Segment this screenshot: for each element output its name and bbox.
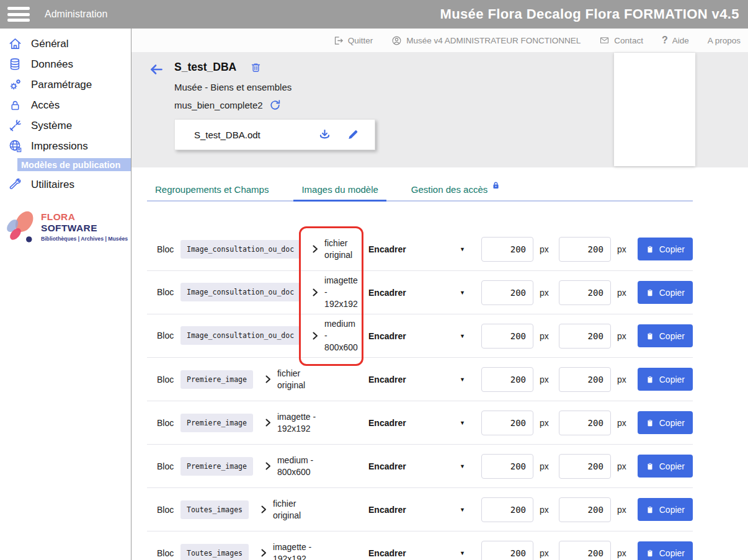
sidebar-item-donnees[interactable]: Données xyxy=(0,54,131,74)
height-input[interactable] xyxy=(559,324,611,349)
refresh-icon[interactable] xyxy=(269,99,281,111)
variant-label: fichier original xyxy=(273,498,301,522)
image-variant: imagette - 192x192 xyxy=(312,275,358,310)
fit-mode-value: Encadrer xyxy=(368,548,406,558)
variant-label: imagette - 192x192 xyxy=(277,411,316,435)
fit-mode-select[interactable]: Encadrer ▼ xyxy=(368,505,465,515)
bloc-label: Bloc xyxy=(157,505,180,515)
bloc-label: Bloc xyxy=(157,244,180,254)
database-icon xyxy=(7,57,23,71)
px-unit-label: px xyxy=(540,505,549,515)
fit-mode-select[interactable]: Encadrer ▼ xyxy=(368,375,465,384)
width-input[interactable] xyxy=(481,454,533,479)
fit-mode-select[interactable]: Encadrer ▼ xyxy=(368,548,465,558)
fit-mode-select[interactable]: Encadrer ▼ xyxy=(368,461,465,471)
variant-label: medium - 800x600 xyxy=(324,318,358,353)
table-row: Bloc Premiere_image fichier original Enc… xyxy=(147,358,693,401)
image-variant: imagette - 192x192 xyxy=(260,541,311,560)
sidebar-item-parametrage[interactable]: Paramétrage xyxy=(0,74,131,95)
height-input[interactable] xyxy=(559,454,611,479)
height-input[interactable] xyxy=(559,367,611,392)
back-arrow-icon xyxy=(148,62,165,77)
fit-mode-select[interactable]: Encadrer ▼ xyxy=(368,244,465,254)
copy-button[interactable]: Copier xyxy=(638,368,693,391)
sidebar-item-modeles-de-publication[interactable]: Modèles de publication xyxy=(17,158,131,171)
back-button[interactable] xyxy=(148,62,165,150)
chevron-right-icon xyxy=(265,461,272,471)
sidebar-item-utilitaires[interactable]: Utilitaires xyxy=(0,174,131,195)
tab-gestion-des-acces[interactable]: Gestion des accès xyxy=(403,179,509,202)
sidebar-item-systeme[interactable]: Système xyxy=(0,115,131,136)
sidebar-item-general[interactable]: Général xyxy=(0,33,131,54)
caret-down-icon: ▼ xyxy=(460,507,465,513)
height-input[interactable] xyxy=(559,541,611,560)
chevron-right-icon xyxy=(260,505,267,514)
tools-icon xyxy=(7,118,23,133)
fit-mode-select[interactable]: Encadrer ▼ xyxy=(368,331,465,341)
px-unit-label: px xyxy=(540,288,549,298)
width-input[interactable] xyxy=(481,367,533,392)
help-button[interactable]: ? Aide xyxy=(662,35,689,46)
fit-mode-select[interactable]: Encadrer ▼ xyxy=(368,418,465,428)
copy-button[interactable]: Copier xyxy=(638,281,693,304)
height-input[interactable] xyxy=(559,497,611,522)
tab-regroupements-et-champs[interactable]: Regroupements et Champs xyxy=(147,179,277,202)
copy-button[interactable]: Copier xyxy=(638,541,693,560)
width-input[interactable] xyxy=(481,411,533,435)
width-input[interactable] xyxy=(481,237,533,262)
app-root: Administration Musée Flora Decalog Flora… xyxy=(0,0,748,560)
px-unit-label: px xyxy=(617,548,626,558)
wrench-icon xyxy=(7,178,23,192)
copy-button[interactable]: Copier xyxy=(638,498,693,521)
lock-icon xyxy=(491,180,501,192)
download-icon[interactable] xyxy=(318,128,332,141)
edit-pencil-icon[interactable] xyxy=(347,128,359,141)
fit-mode-select[interactable]: Encadrer ▼ xyxy=(368,288,465,298)
about-button[interactable]: A propos xyxy=(708,36,741,45)
delete-trash-icon[interactable] xyxy=(250,61,262,74)
sidebar-item-acces[interactable]: Accès xyxy=(0,95,131,115)
height-input[interactable] xyxy=(559,237,611,262)
width-input[interactable] xyxy=(481,280,533,305)
copy-button[interactable]: Copier xyxy=(638,455,693,478)
menu-title: Administration xyxy=(45,9,107,20)
contact-button[interactable]: Contact xyxy=(599,35,643,45)
bloc-label: Bloc xyxy=(157,461,180,471)
quit-button[interactable]: Quitter xyxy=(333,35,373,46)
logo-tagline: Bibliothèques | Archives | Musées xyxy=(41,236,130,242)
fit-mode-value: Encadrer xyxy=(368,418,406,428)
sidebar-item-label: Accès xyxy=(31,99,60,112)
caret-down-icon: ▼ xyxy=(460,420,465,426)
width-input[interactable] xyxy=(481,497,533,522)
detail-header-band: S_test_DBA Musée - Biens et ensembles mu… xyxy=(131,52,748,167)
height-input[interactable] xyxy=(559,411,611,435)
bloc-name-chip: Premiere_image xyxy=(180,370,253,389)
px-unit-label: px xyxy=(617,418,626,428)
height-input[interactable] xyxy=(559,280,611,305)
sidebar-item-impressions[interactable]: Impressions xyxy=(0,136,131,156)
sidebar-item-label: Impressions xyxy=(31,140,88,153)
flora-software-logo: FLORA SOFTWARE Bibliothèques | Archives … xyxy=(2,206,130,247)
main-area: Quitter Musée v4 ADMINISTRATEUR FONCTION… xyxy=(131,29,748,560)
chevron-right-icon xyxy=(312,288,319,297)
copy-button[interactable]: Copier xyxy=(638,324,693,347)
width-input[interactable] xyxy=(481,541,533,560)
px-unit-label: px xyxy=(540,244,549,254)
hamburger-menu-icon[interactable] xyxy=(7,7,30,22)
tab-images-du-modele[interactable]: Images du modèle xyxy=(293,179,386,202)
gears-icon xyxy=(7,78,23,92)
width-input[interactable] xyxy=(481,324,533,349)
current-user[interactable]: Musée v4 ADMINISTRATEUR FONCTIONNEL xyxy=(391,35,581,46)
bloc-label: Bloc xyxy=(157,418,180,428)
model-code: mus_bien_complete2 xyxy=(174,100,263,110)
globe-icon xyxy=(7,139,23,153)
file-name: S_test_DBA.odt xyxy=(194,130,260,140)
bloc-name-chip: Toutes_images xyxy=(180,500,249,519)
chevron-right-icon xyxy=(265,375,272,384)
clipboard-icon xyxy=(646,244,654,254)
tab-bar: Regroupements et Champs Images du modèle… xyxy=(147,179,693,202)
copy-button[interactable]: Copier xyxy=(638,411,693,434)
chevron-right-icon xyxy=(312,331,319,340)
home-icon xyxy=(7,37,23,51)
copy-button[interactable]: Copier xyxy=(638,238,693,260)
